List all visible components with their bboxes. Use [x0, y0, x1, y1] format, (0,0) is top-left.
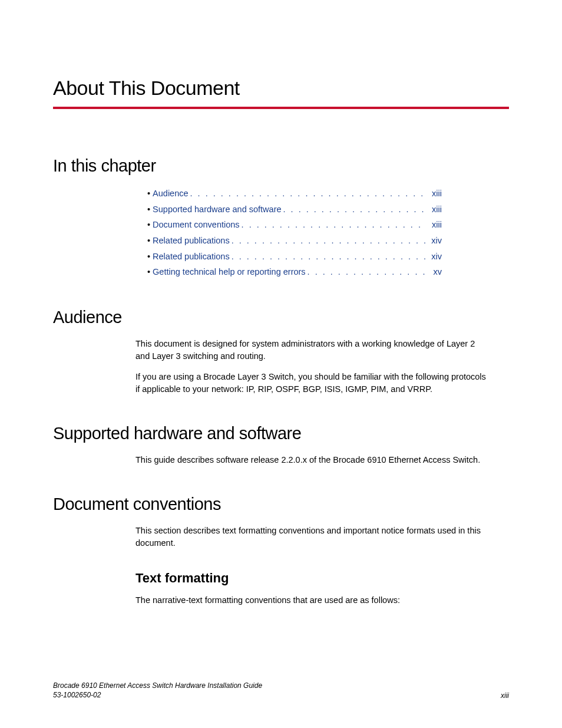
toc-leader: . . . . . . . . . . . . . . . . . . . . … [189, 186, 425, 201]
bullet-icon: • [147, 265, 150, 279]
heading-in-this-chapter: In this chapter [53, 156, 509, 176]
body-paragraph: This section describes text formatting c… [135, 525, 491, 549]
footer-left: Brocade 6910 Ethernet Access Switch Hard… [53, 681, 262, 700]
toc-link[interactable]: Supported hardware and software [153, 202, 281, 217]
bullet-icon: • [147, 249, 150, 264]
body-paragraph: This document is designed for system adm… [135, 338, 491, 363]
footer-page-number: xiii [501, 691, 509, 700]
toc-link[interactable]: Related publications [153, 233, 230, 248]
toc-page: xiii [425, 202, 442, 217]
toc-page: xiv [425, 233, 442, 248]
footer-title: Brocade 6910 Ethernet Access Switch Hard… [53, 681, 262, 690]
heading-audience: Audience [53, 308, 509, 327]
toc-item[interactable]: • Getting technical help or reporting er… [147, 265, 442, 279]
toc-item[interactable]: • Document conventions . . . . . . . . .… [147, 218, 442, 232]
toc-item[interactable]: • Related publications . . . . . . . . .… [147, 249, 442, 264]
bullet-icon: • [147, 218, 150, 232]
toc-leader: . . . . . . . . . . . . . . . . . . . . … [230, 249, 425, 264]
toc-item[interactable]: • Audience . . . . . . . . . . . . . . .… [147, 186, 442, 201]
body-paragraph: If you are using a Brocade Layer 3 Switc… [135, 371, 491, 396]
toc-leader: . . . . . . . . . . . . . . . . . . . . … [306, 265, 425, 279]
bullet-icon: • [147, 202, 150, 217]
toc-link[interactable]: Document conventions [153, 218, 240, 232]
toc-page: xv [425, 265, 442, 279]
toc-item[interactable]: • Supported hardware and software . . . … [147, 202, 442, 217]
title-rule [53, 107, 509, 109]
toc-leader: . . . . . . . . . . . . . . . . . . . . … [282, 202, 425, 217]
toc-item[interactable]: • Related publications . . . . . . . . .… [147, 233, 442, 248]
toc-leader: . . . . . . . . . . . . . . . . . . . . … [240, 218, 425, 232]
bullet-icon: • [147, 186, 150, 201]
subheading-text-formatting: Text formatting [135, 571, 509, 586]
toc-link[interactable]: Getting technical help or reporting erro… [153, 265, 306, 279]
page-footer: Brocade 6910 Ethernet Access Switch Hard… [53, 681, 509, 700]
bullet-icon: • [147, 233, 150, 248]
toc-page: xiii [425, 186, 442, 201]
toc-page: xiii [425, 218, 442, 232]
toc-list: • Audience . . . . . . . . . . . . . . .… [147, 186, 509, 279]
heading-supported: Supported hardware and software [53, 424, 509, 443]
footer-docnum: 53-1002650-02 [53, 690, 262, 700]
body-paragraph: The narrative-text formatting convention… [135, 594, 491, 607]
toc-page: xiv [425, 249, 442, 264]
page-title: About This Document [53, 77, 509, 100]
body-paragraph: This guide describes software release 2.… [135, 454, 491, 466]
toc-link[interactable]: Audience [153, 186, 188, 201]
toc-leader: . . . . . . . . . . . . . . . . . . . . … [230, 233, 425, 248]
toc-link[interactable]: Related publications [153, 249, 230, 264]
heading-conventions: Document conventions [53, 495, 509, 514]
